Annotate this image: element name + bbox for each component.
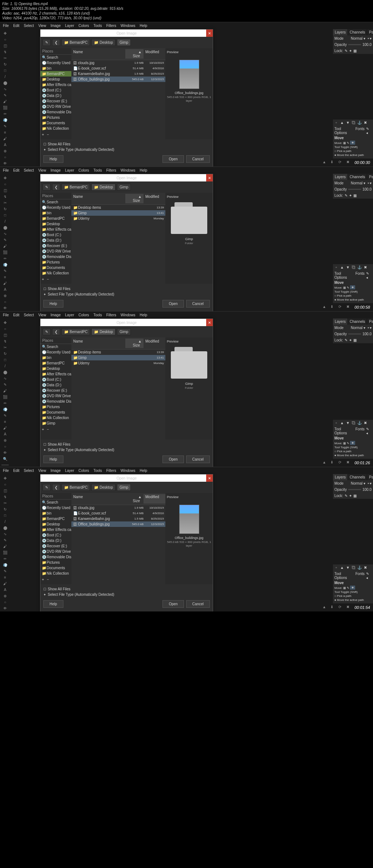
back-button[interactable]: ❮: [52, 328, 60, 335]
place-item[interactable]: 💿Data (D:): [40, 382, 71, 388]
lock-alpha-icon[interactable]: ✦: [349, 338, 352, 342]
open-button[interactable]: Open: [162, 155, 184, 163]
pick-path-radio[interactable]: ○ Pick a path: [334, 294, 372, 298]
remove-place-button[interactable]: −: [47, 133, 49, 137]
tool-icon[interactable]: A: [3, 143, 8, 147]
tool-icon[interactable]: □: [3, 513, 8, 517]
move-mode[interactable]: Move: ▦ ✎ ✦: [334, 285, 372, 290]
lock-all-icon[interactable]: ▦: [353, 49, 357, 53]
tool-icon[interactable]: ◫: [3, 489, 8, 493]
place-item[interactable]: 📁Documents: [40, 265, 71, 270]
lock-pixels-icon[interactable]: ✎: [345, 193, 348, 198]
tool-icon[interactable]: ↯: [3, 195, 8, 199]
pick-path-radio[interactable]: ○ Pick a path: [334, 449, 372, 453]
pick-path-radio[interactable]: ○ Pick a path: [334, 594, 372, 598]
tool-icon[interactable]: ↻: [3, 352, 8, 356]
place-item[interactable]: 📁Documents: [40, 410, 71, 415]
tool-icon[interactable]: ○: [3, 155, 8, 159]
menu-item[interactable]: Select: [24, 313, 34, 317]
breadcrumb-desktop[interactable]: 📁 Desktop: [91, 184, 115, 191]
tool-options-tab[interactable]: Tool Options: [334, 572, 354, 580]
place-item[interactable]: 🔍Search: [40, 55, 71, 60]
tool-icon[interactable]: ↯: [3, 50, 8, 54]
file-row[interactable]: 🖼clouds.jpg1.9 MB10/10/2015: [71, 505, 165, 511]
tool-icon[interactable]: 🖌: [3, 582, 8, 586]
help-button[interactable]: Help: [43, 155, 63, 163]
file-row[interactable]: 🖼clouds.jpg1.9 MB10/10/2015: [71, 60, 165, 66]
place-item[interactable]: 📁BernardPC: [40, 71, 71, 77]
move-mode[interactable]: Move: ▦ ✎ ✦: [334, 140, 372, 145]
tool-icon[interactable]: ✂: [3, 56, 8, 60]
anchor-icon[interactable]: ⚓: [357, 120, 362, 125]
tab[interactable]: Layers: [333, 29, 348, 35]
tab[interactable]: Paths: [367, 318, 373, 325]
tab[interactable]: Layers: [333, 318, 348, 325]
file-row[interactable]: 📁UdemyMonday: [71, 216, 165, 221]
tool-icon[interactable]: ≡: [3, 130, 8, 134]
tool-options-tab[interactable]: Fonts: [356, 127, 365, 135]
mode-dropdown[interactable]: Normal ▾: [345, 36, 365, 40]
tool-icon[interactable]: ✎: [3, 269, 8, 273]
tool-icon[interactable]: ○: [3, 482, 8, 486]
add-place-button[interactable]: +: [42, 578, 44, 582]
add-place-button[interactable]: +: [42, 427, 44, 431]
place-item[interactable]: 📁Nik Collection: [40, 571, 71, 576]
place-item[interactable]: 📁Desktop: [40, 221, 71, 227]
duplicate-icon[interactable]: ⿻: [351, 565, 356, 570]
opacity-slider[interactable]: [348, 333, 361, 335]
menu-item[interactable]: Tools: [93, 469, 102, 473]
place-item[interactable]: 💿Recover (E:): [40, 98, 71, 104]
tab[interactable]: Paths: [367, 474, 373, 480]
name-column[interactable]: Name: [71, 194, 125, 203]
tool-icon[interactable]: ○: [3, 300, 8, 304]
file-row[interactable]: 📄E-book_cover.xcf51.4 MB4/9/2016: [71, 66, 165, 71]
place-item[interactable]: 📁Documents: [40, 120, 71, 126]
file-row[interactable]: 📁Desktop items13:39: [71, 205, 165, 210]
place-item[interactable]: 📁Pictures: [40, 560, 71, 565]
place-item[interactable]: 💿Recover (E:): [40, 543, 71, 549]
place-item[interactable]: 📁Desktop: [40, 366, 71, 371]
menu-item[interactable]: Image: [51, 313, 61, 317]
tool-icon[interactable]: ≡: [3, 575, 8, 579]
menu-item[interactable]: File: [3, 168, 9, 172]
menu-item[interactable]: Tools: [93, 168, 102, 172]
lower-icon[interactable]: ▼: [345, 565, 350, 570]
pencil-icon[interactable]: ✎: [43, 484, 51, 491]
tool-icon[interactable]: ✎: [3, 569, 8, 573]
menu-item[interactable]: Tools: [93, 24, 102, 28]
tool-icon[interactable]: ✂: [3, 201, 8, 205]
file-row[interactable]: 🖼Kanwendelbahn.jpg1.5 MB8/25/2015: [71, 516, 165, 521]
tool-icon[interactable]: ✥: [3, 321, 8, 325]
delete-icon[interactable]: ✖: [363, 421, 368, 425]
place-item[interactable]: 📁Nik Collection: [40, 270, 71, 276]
place-item[interactable]: 🔍Search: [40, 199, 71, 205]
tool-icon[interactable]: ✎: [3, 414, 8, 418]
place-item[interactable]: 🔍Search: [40, 500, 71, 505]
move-path-radio[interactable]: ● Move the active path: [334, 298, 372, 302]
tool-icon[interactable]: 👁: [3, 306, 8, 310]
tool-options-tab[interactable]: Fonts: [356, 572, 365, 580]
tool-icon[interactable]: 🖌: [3, 389, 8, 393]
place-item[interactable]: 📁Nik Collection: [40, 126, 71, 131]
tool-icon[interactable]: 🖌: [3, 244, 8, 248]
tool-icon[interactable]: ⊕: [3, 594, 8, 598]
place-item[interactable]: 💿Data (D:): [40, 238, 71, 243]
breadcrumb-desktop[interactable]: 📁 Desktop: [91, 328, 115, 335]
lock-alpha-icon[interactable]: ✦: [349, 193, 352, 198]
tool-icon[interactable]: ○: [3, 327, 8, 331]
cancel-button[interactable]: Cancel: [186, 300, 210, 308]
menu-item[interactable]: View: [38, 469, 46, 473]
tool-icon[interactable]: ◫: [3, 44, 8, 48]
tool-icon[interactable]: ○: [3, 182, 8, 186]
menu-item[interactable]: Edit: [13, 168, 19, 172]
tool-icon[interactable]: □: [3, 69, 8, 73]
tool-icon[interactable]: ⬤: [3, 370, 8, 374]
menu-item[interactable]: Filters: [106, 168, 116, 172]
name-column[interactable]: Name: [71, 494, 125, 504]
lock-all-icon[interactable]: ▦: [353, 338, 357, 342]
select-file-type[interactable]: ✦ Select File Type (Automatically Detect…: [43, 147, 210, 152]
place-item[interactable]: 📁Documents: [40, 565, 71, 571]
tool-icon[interactable]: ✎: [3, 124, 8, 128]
place-item[interactable]: 💿Recover (E:): [40, 243, 71, 249]
help-button[interactable]: Help: [43, 455, 63, 463]
